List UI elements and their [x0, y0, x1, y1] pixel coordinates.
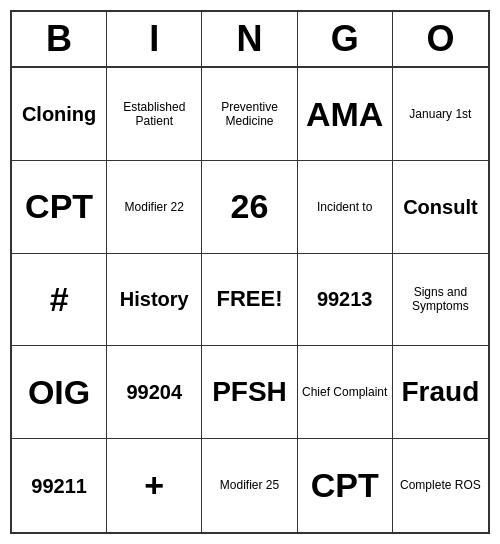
bingo-cell: Modifier 25 — [202, 439, 297, 532]
bingo-cell: CPT — [298, 439, 393, 532]
bingo-cell: Consult — [393, 161, 488, 254]
bingo-cell: Preventive Medicine — [202, 68, 297, 161]
bingo-cell: Complete ROS — [393, 439, 488, 532]
bingo-cell: # — [12, 254, 107, 347]
bingo-cell: Fraud — [393, 346, 488, 439]
bingo-cell: Signs and Symptoms — [393, 254, 488, 347]
bingo-grid: CloningEstablished PatientPreventive Med… — [12, 68, 488, 532]
bingo-cell: OIG — [12, 346, 107, 439]
bingo-cell: Chief Complaint — [298, 346, 393, 439]
bingo-cell: January 1st — [393, 68, 488, 161]
bingo-cell: AMA — [298, 68, 393, 161]
bingo-cell: 99211 — [12, 439, 107, 532]
header-letter: G — [298, 12, 393, 66]
bingo-cell: 26 — [202, 161, 297, 254]
bingo-cell: Established Patient — [107, 68, 202, 161]
bingo-cell: Modifier 22 — [107, 161, 202, 254]
bingo-cell: Cloning — [12, 68, 107, 161]
bingo-cell: FREE! — [202, 254, 297, 347]
bingo-cell: + — [107, 439, 202, 532]
bingo-cell: 99213 — [298, 254, 393, 347]
bingo-card: BINGO CloningEstablished PatientPreventi… — [10, 10, 490, 534]
header-letter: N — [202, 12, 297, 66]
bingo-cell: 99204 — [107, 346, 202, 439]
bingo-cell: History — [107, 254, 202, 347]
bingo-cell: PFSH — [202, 346, 297, 439]
bingo-header: BINGO — [12, 12, 488, 68]
header-letter: B — [12, 12, 107, 66]
bingo-cell: Incident to — [298, 161, 393, 254]
header-letter: I — [107, 12, 202, 66]
bingo-cell: CPT — [12, 161, 107, 254]
header-letter: O — [393, 12, 488, 66]
